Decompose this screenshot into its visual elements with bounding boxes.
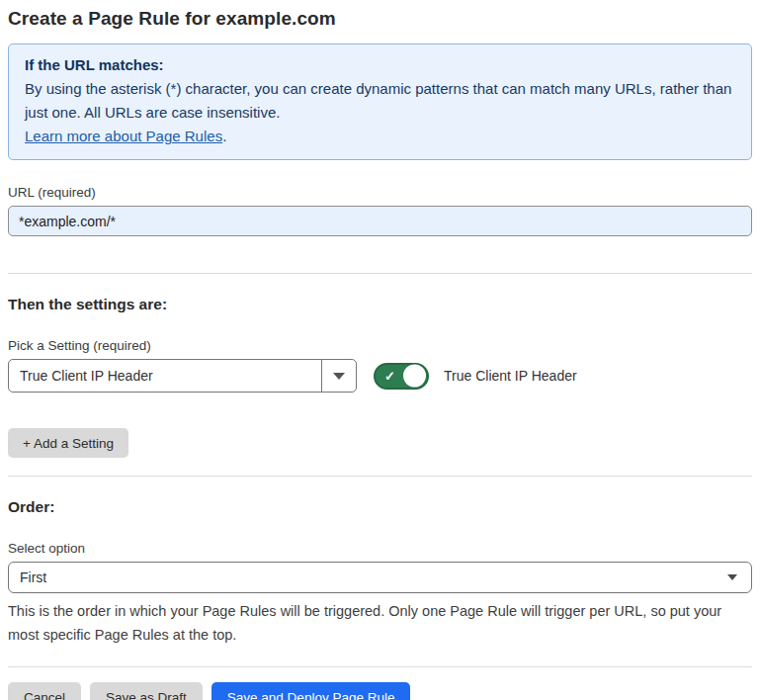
callout-link-line: Learn more about Page Rules.: [25, 125, 735, 148]
learn-more-link[interactable]: Learn more about Page Rules: [25, 128, 222, 144]
url-input[interactable]: [8, 206, 752, 236]
setting-picker-arrow-button[interactable]: [321, 360, 356, 392]
cancel-button[interactable]: Cancel: [8, 682, 81, 700]
settings-section-heading: Then the settings are:: [8, 296, 752, 313]
divider: [8, 273, 752, 274]
order-select-label: Select option: [8, 541, 752, 556]
footer-actions: Cancel Save as Draft Save and Deploy Pag…: [8, 682, 752, 700]
url-field-label: URL (required): [8, 185, 752, 200]
link-suffix: .: [222, 128, 226, 144]
order-section-heading: Order:: [8, 498, 752, 516]
chevron-down-icon: [333, 373, 345, 380]
url-match-callout: If the URL matches: By using the asteris…: [8, 44, 752, 160]
setting-picker-value: True Client IP Header: [9, 360, 321, 392]
chevron-down-icon: [727, 574, 737, 580]
pick-setting-label: Pick a Setting (required): [8, 338, 752, 353]
true-client-ip-toggle[interactable]: ✓: [374, 363, 429, 390]
setting-row: True Client IP Header ✓ True Client IP H…: [8, 359, 752, 393]
order-help-text: This is the order in which your Page Rul…: [8, 599, 744, 647]
callout-heading: If the URL matches:: [25, 53, 735, 77]
check-icon: ✓: [384, 370, 395, 383]
callout-body: By using the asterisk (*) character, you…: [25, 77, 735, 125]
order-select[interactable]: First: [8, 562, 752, 593]
save-and-deploy-button[interactable]: Save and Deploy Page Rule: [211, 682, 411, 700]
order-select-value: First: [20, 569, 727, 585]
divider: [8, 666, 752, 667]
divider: [8, 476, 752, 477]
setting-picker-dropdown[interactable]: True Client IP Header: [8, 359, 357, 393]
toggle-knob: [403, 365, 426, 388]
add-setting-button[interactable]: + Add a Setting: [8, 428, 128, 458]
save-as-draft-button[interactable]: Save as Draft: [90, 682, 203, 700]
page-title: Create a Page Rule for example.com: [8, 8, 752, 30]
toggle-label: True Client IP Header: [444, 368, 577, 384]
